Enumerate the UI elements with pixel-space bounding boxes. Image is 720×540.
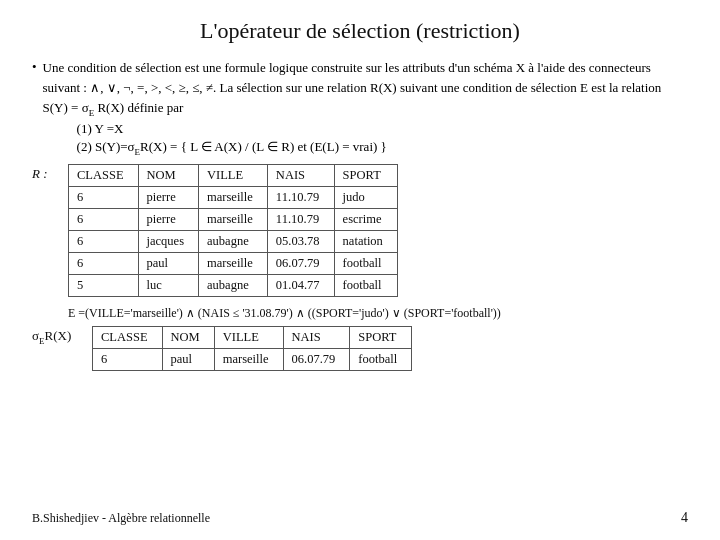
table-cell: natation xyxy=(334,231,397,253)
table-row: 6paulmarseille06.07.79football xyxy=(69,253,398,275)
page: L'opérateur de sélection (restriction) •… xyxy=(0,0,720,540)
table-cell: 6 xyxy=(69,231,139,253)
table-cell: 06.07.79 xyxy=(283,349,350,371)
r-table: CLASSE NOM VILLE NAIS SPORT 6pierremarse… xyxy=(68,164,398,297)
sigma-col-nom: NOM xyxy=(162,327,214,349)
sigma-section: σER(X) CLASSE NOM VILLE NAIS SPORT 6paul… xyxy=(32,326,688,371)
table-cell: football xyxy=(334,275,397,297)
r-section: R : CLASSE NOM VILLE NAIS SPORT 6pierrem… xyxy=(32,164,688,297)
table-cell: 01.04.77 xyxy=(267,275,334,297)
footer-author: B.Shishedjiev - Algèbre relationnelle xyxy=(32,511,210,526)
r-col-classe: CLASSE xyxy=(69,165,139,187)
table-cell: 6 xyxy=(69,209,139,231)
table-cell: paul xyxy=(162,349,214,371)
expression-text: E =(VILLE='marseille') ∧ (NAIS ≤ '31.08.… xyxy=(68,306,501,320)
bullet-point: • xyxy=(32,59,37,75)
table-row: 6pierremarseille11.10.79judo xyxy=(69,187,398,209)
table-cell: 5 xyxy=(69,275,139,297)
r-col-sport: SPORT xyxy=(334,165,397,187)
table-cell: 11.10.79 xyxy=(267,209,334,231)
table-row: 6jacquesaubagne05.03.78natation xyxy=(69,231,398,253)
description-body: Une condition de sélection est une formu… xyxy=(43,60,662,115)
footer: B.Shishedjiev - Algèbre relationnelle 4 xyxy=(32,510,688,526)
main-content: • Une condition de sélection est une for… xyxy=(32,58,688,373)
formula-1: (1) Y =X xyxy=(77,121,688,137)
r-col-nom: NOM xyxy=(138,165,198,187)
table-cell: pierre xyxy=(138,187,198,209)
table-cell: escrime xyxy=(334,209,397,231)
r-col-nais: NAIS xyxy=(267,165,334,187)
table-cell: 05.03.78 xyxy=(267,231,334,253)
table-cell: 11.10.79 xyxy=(267,187,334,209)
table-row: 6paulmarseille06.07.79football xyxy=(93,349,412,371)
r-table-header-row: CLASSE NOM VILLE NAIS SPORT xyxy=(69,165,398,187)
table-cell: pierre xyxy=(138,209,198,231)
sigma-label: σER(X) xyxy=(32,326,92,346)
table-cell: marseille xyxy=(199,187,268,209)
table-cell: aubagne xyxy=(199,275,268,297)
table-cell: marseille xyxy=(214,349,283,371)
table-cell: luc xyxy=(138,275,198,297)
sigma-col-sport: SPORT xyxy=(350,327,412,349)
description-text: Une condition de sélection est une formu… xyxy=(43,58,688,158)
r-col-ville: VILLE xyxy=(199,165,268,187)
table-cell: jacques xyxy=(138,231,198,253)
sigma-col-nais: NAIS xyxy=(283,327,350,349)
table-cell: paul xyxy=(138,253,198,275)
r-label: R : xyxy=(32,164,68,182)
footer-page: 4 xyxy=(681,510,688,526)
table-row: 5lucaubagne01.04.77football xyxy=(69,275,398,297)
table-cell: football xyxy=(334,253,397,275)
table-cell: 6 xyxy=(69,187,139,209)
table-cell: marseille xyxy=(199,253,268,275)
table-cell: 06.07.79 xyxy=(267,253,334,275)
sigma-table: CLASSE NOM VILLE NAIS SPORT 6paulmarseil… xyxy=(92,326,412,371)
table-cell: 6 xyxy=(93,349,163,371)
expression-line: E =(VILLE='marseille') ∧ (NAIS ≤ '31.08.… xyxy=(68,306,688,321)
table-cell: judo xyxy=(334,187,397,209)
table-cell: football xyxy=(350,349,412,371)
formula-2: (2) S(Y)=σER(X) = { L ∈ A(X) / (L ∈ R) e… xyxy=(77,139,688,157)
sigma-table-header-row: CLASSE NOM VILLE NAIS SPORT xyxy=(93,327,412,349)
table-cell: aubagne xyxy=(199,231,268,253)
sigma-col-classe: CLASSE xyxy=(93,327,163,349)
description-block: • Une condition de sélection est une for… xyxy=(32,58,688,158)
table-cell: marseille xyxy=(199,209,268,231)
sigma-col-ville: VILLE xyxy=(214,327,283,349)
page-title: L'opérateur de sélection (restriction) xyxy=(32,18,688,44)
table-row: 6pierremarseille11.10.79escrime xyxy=(69,209,398,231)
table-cell: 6 xyxy=(69,253,139,275)
